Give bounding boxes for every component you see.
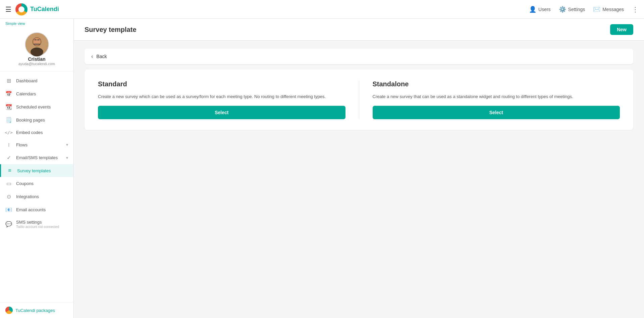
sidebar-item-calendars[interactable]: 📅 Calendars	[0, 87, 73, 100]
main-content: Survey template New ‹ Back Standard Crea…	[74, 19, 644, 318]
logo-inner	[18, 6, 24, 12]
sidebar-item-email-sms-templates[interactable]: ✓ Email/SMS templates ▾	[0, 151, 73, 164]
flows-icon: ↕	[5, 142, 12, 148]
sidebar-item-scheduled-events[interactable]: 📆 Scheduled events	[0, 100, 73, 113]
email-sms-chevron-icon: ▾	[66, 155, 68, 160]
logo-wrap: TuCalendi	[15, 3, 59, 15]
sidebar-item-coupons[interactable]: ▭ Coupons	[0, 177, 73, 190]
survey-templates-icon: ≡	[6, 168, 13, 174]
svg-point-2	[31, 47, 43, 56]
scheduled-events-label: Scheduled events	[16, 104, 68, 109]
users-nav-action[interactable]: 👤 Users	[529, 6, 551, 13]
email-sms-icon: ✓	[5, 154, 12, 161]
sms-settings-sub: Twilio account not connected	[16, 225, 68, 229]
standard-description: Create a new survey which can be used as…	[98, 93, 345, 100]
settings-icon: ⚙️	[559, 6, 566, 13]
packages-link[interactable]: TuCalendi packages	[5, 307, 68, 314]
email-accounts-label: Email accounts	[16, 207, 68, 212]
sidebar-item-sms-settings[interactable]: 💬 SMS settings Twilio account not connec…	[0, 216, 73, 232]
avatar	[25, 32, 49, 56]
simple-view-link[interactable]: Simple view	[0, 19, 73, 28]
integrations-label: Integrations	[16, 194, 68, 199]
calendars-icon: 📅	[5, 91, 12, 97]
logo-text: TuCalendi	[30, 6, 59, 13]
calendars-label: Calendars	[16, 91, 68, 96]
standard-option: Standard Create a new survey which can b…	[98, 80, 345, 119]
user-email: ayuda@tucalendi.com	[18, 62, 55, 66]
sidebar-footer: TuCalendi packages	[0, 302, 73, 318]
new-button[interactable]: New	[610, 24, 633, 35]
dashboard-label: Dashboard	[16, 78, 68, 83]
embed-codes-icon: </>	[5, 130, 12, 135]
svg-rect-5	[34, 40, 37, 40]
back-card: ‹ Back	[85, 49, 633, 64]
user-section: Cristian ayuda@tucalendi.com	[0, 28, 73, 72]
top-navbar: ☰ TuCalendi 👤 Users ⚙️ Settings ✉️ Messa…	[0, 0, 644, 19]
back-chevron-icon[interactable]: ‹	[91, 53, 93, 59]
logo-icon	[15, 3, 28, 15]
flows-chevron-icon: ▾	[66, 142, 68, 147]
email-accounts-icon: 📧	[5, 207, 12, 213]
options-divider	[359, 80, 359, 119]
users-label: Users	[538, 7, 551, 12]
hamburger-icon[interactable]: ☰	[5, 5, 11, 13]
messages-nav-action[interactable]: ✉️ Messages	[593, 6, 624, 13]
email-sms-label: Email/SMS templates	[16, 155, 62, 160]
standalone-description: Create a new survey that can be used as …	[373, 93, 620, 100]
sidebar-item-embed-codes[interactable]: </> Embed codes	[0, 127, 73, 138]
packages-label: TuCalendi packages	[15, 308, 55, 313]
settings-label: Settings	[568, 7, 585, 12]
page-title: Survey template	[85, 26, 137, 34]
user-name: Cristian	[28, 56, 45, 62]
coupons-icon: ▭	[5, 180, 12, 187]
standard-select-button[interactable]: Select	[98, 106, 345, 119]
messages-label: Messages	[602, 7, 624, 12]
more-icon[interactable]: ⋮	[632, 5, 639, 13]
navbar-left: ☰ TuCalendi	[5, 3, 59, 15]
avatar-svg	[25, 32, 48, 56]
standard-title: Standard	[98, 80, 345, 88]
embed-codes-label: Embed codes	[16, 130, 68, 135]
sidebar-item-flows[interactable]: ↕ Flows ▾	[0, 138, 73, 151]
survey-templates-label: Survey templates	[17, 168, 68, 173]
sms-settings-label: SMS settings Twilio account not connecte…	[16, 220, 68, 229]
options-card: Standard Create a new survey which can b…	[85, 70, 633, 130]
page-header: Survey template New	[74, 19, 644, 41]
booking-pages-icon: 🗒️	[5, 117, 12, 123]
settings-nav-action[interactable]: ⚙️ Settings	[559, 6, 585, 13]
sidebar-item-survey-templates[interactable]: ≡ Survey templates	[0, 164, 73, 177]
sidebar-item-dashboard[interactable]: ⊞ Dashboard	[0, 74, 73, 87]
standalone-select-button[interactable]: Select	[373, 106, 620, 119]
sms-settings-icon: 💬	[5, 221, 12, 227]
sidebar-item-email-accounts[interactable]: 📧 Email accounts	[0, 203, 73, 216]
sidebar-item-booking-pages[interactable]: 🗒️ Booking pages	[0, 113, 73, 127]
flows-label: Flows	[16, 142, 62, 147]
messages-icon: ✉️	[593, 6, 600, 13]
main-layout: Simple view Cristian ayuda@tucalendi.com	[0, 19, 644, 318]
booking-pages-label: Booking pages	[16, 118, 68, 123]
sidebar-item-integrations[interactable]: ⊙ Integrations	[0, 190, 73, 203]
sidebar-nav: ⊞ Dashboard 📅 Calendars 📆 Scheduled even…	[0, 72, 73, 302]
sidebar: Simple view Cristian ayuda@tucalendi.com	[0, 19, 74, 318]
svg-rect-6	[37, 40, 39, 40]
coupons-label: Coupons	[16, 181, 68, 186]
svg-rect-4	[34, 44, 40, 45]
scheduled-events-icon: 📆	[5, 104, 12, 110]
standalone-option: Standalone Create a new survey that can …	[373, 80, 620, 119]
standalone-title: Standalone	[373, 80, 620, 88]
back-label[interactable]: Back	[96, 54, 107, 59]
packages-logo-icon	[5, 307, 13, 314]
dashboard-icon: ⊞	[5, 78, 12, 84]
users-icon: 👤	[529, 6, 536, 13]
content-area: ‹ Back Standard Create a new survey whic…	[74, 41, 644, 138]
navbar-right: 👤 Users ⚙️ Settings ✉️ Messages ⋮	[529, 5, 639, 13]
integrations-icon: ⊙	[5, 193, 12, 200]
